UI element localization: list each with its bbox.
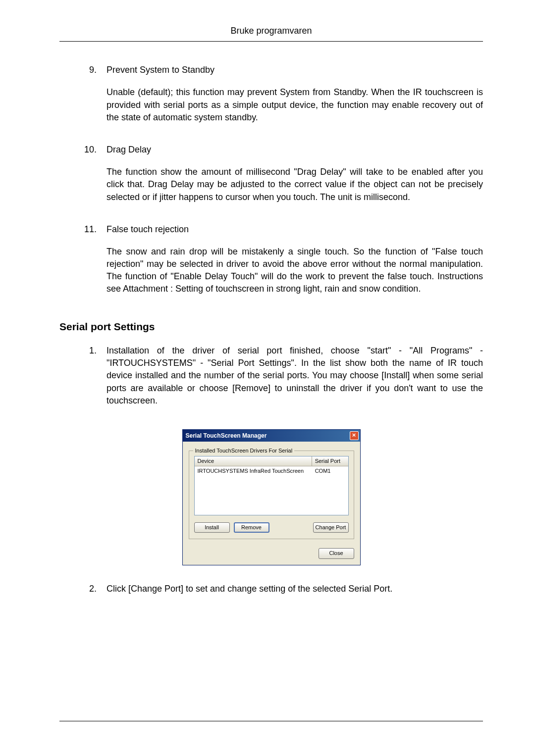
item-heading: Prevent System to Standby [107,64,483,76]
list-row[interactable]: IRTOUCHSYSTEMS InfraRed TouchScreen COM1 [195,466,348,476]
list-number: 9. [59,64,107,134]
drivers-groupbox: Installed TouchScreen Drivers For Serial… [189,451,354,539]
close-icon[interactable]: × [350,431,359,440]
section-heading: Serial port Settings [59,319,483,334]
cell-device: IRTOUCHSYSTEMS InfraRed TouchScreen [195,466,312,476]
list-number: 10. [59,144,107,213]
groupbox-label: Installed TouchScreen Drivers For Serial [193,447,295,454]
item-paragraph: Unable (default); this function may prev… [107,86,483,124]
install-button[interactable]: Install [194,522,230,533]
item-paragraph: Installation of the driver of serial por… [107,345,483,407]
item-heading: Drag Delay [107,144,483,156]
footer-rule [59,721,483,721]
remove-button[interactable]: Remove [234,522,269,533]
item-paragraph: The function show the amount of millisec… [107,166,483,203]
item-heading: False touch rejection [107,223,483,236]
column-header-serial-port[interactable]: Serial Port [312,456,348,466]
item-paragraph: The snow and rain drop will be mistakenl… [107,246,483,296]
drivers-listview[interactable]: Device Serial Port IRTOUCHSYSTEMS InfraR… [194,456,349,515]
list-number: 2. [59,583,107,605]
dialog-title: Serial TouchScreen Manager [186,432,267,440]
item-paragraph: Click [Change Port] to set and change se… [107,583,483,595]
column-header-device[interactable]: Device [195,456,312,466]
cell-port: COM1 [312,466,348,476]
dialog-titlebar: Serial TouchScreen Manager × [183,430,360,442]
close-button[interactable]: Close [319,548,354,558]
change-port-button[interactable]: Change Port [313,522,349,533]
list-number: 11. [59,223,107,305]
serial-manager-dialog: Serial TouchScreen Manager × Installed T… [182,429,361,565]
list-number: 1. [59,345,107,417]
page-header: Bruke programvaren [59,25,483,42]
